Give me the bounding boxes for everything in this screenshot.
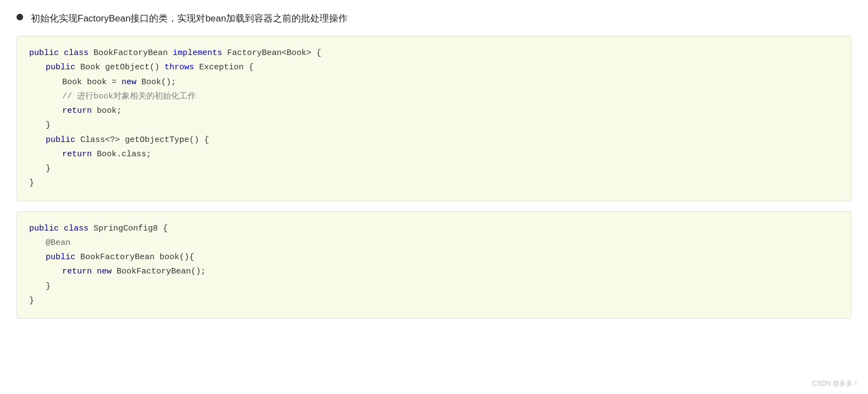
code-token-plain: Book getObject()	[75, 63, 164, 72]
code-line: public BookFactoryBean book(){	[29, 250, 839, 265]
code-line: public Book getObject() throws Exception…	[29, 61, 839, 75]
code-token-kw: return	[62, 150, 92, 159]
code-token-plain: BookFactoryBean();	[112, 267, 206, 276]
code-token-plain: }	[46, 121, 51, 130]
code-token-kw: class	[64, 224, 89, 233]
code-block-1: public class BookFactoryBean implements …	[17, 36, 851, 201]
code-line: return new BookFactoryBean();	[29, 265, 839, 279]
code-line: public class SpringConfig8 {	[29, 222, 839, 236]
code-token-comment: // 进行book对象相关的初始化工作	[62, 92, 196, 101]
code-token-kw: public	[46, 135, 75, 145]
code-line: }	[29, 176, 839, 190]
code-token-kw: return	[62, 106, 92, 116]
code-line: public Class<?> getObjectType() {	[29, 133, 839, 147]
code-token-kw: public	[29, 48, 59, 58]
code-token-plain	[92, 267, 97, 276]
code-token-kw: return	[62, 267, 92, 276]
code-token-plain: }	[46, 282, 51, 291]
code-line: }	[29, 118, 839, 133]
code-token-kw: class	[64, 48, 89, 58]
code-line: return Book.class;	[29, 147, 839, 162]
code-token-plain: BookFactoryBean	[89, 48, 173, 58]
code-line: // 进行book对象相关的初始化工作	[29, 90, 839, 104]
code-token-plain	[59, 48, 64, 58]
code-token-plain: Class<?> getObjectType() {	[75, 135, 209, 145]
code-token-plain: Book();	[136, 78, 176, 87]
code-token-kw: public	[46, 253, 75, 262]
code-token-plain: BookFactoryBean book(){	[75, 253, 194, 262]
code-token-kw: public	[29, 224, 59, 233]
code-token-kw: new	[97, 267, 112, 276]
code-block-2: public class SpringConfig8 {@Beanpublic …	[17, 211, 851, 319]
code-line: }	[29, 162, 839, 176]
code-token-plain: }	[46, 164, 51, 173]
code-line: public class BookFactoryBean implements …	[29, 46, 839, 61]
code-token-plain: Book book =	[62, 78, 122, 87]
code-line: @Bean	[29, 236, 839, 250]
code-token-plain: }	[29, 178, 34, 188]
code-token-plain: FactoryBean<Book> {	[222, 48, 321, 58]
code-token-kw: public	[46, 63, 75, 72]
code-token-plain	[59, 224, 64, 233]
code-line: }	[29, 294, 839, 308]
code-line: }	[29, 280, 839, 294]
code-token-kw: new	[122, 78, 136, 87]
code-token-plain: book;	[92, 106, 122, 116]
bullet-text: 初始化实现FactoryBean接口的类，实现对bean加载到容器之前的批处理操…	[31, 11, 348, 26]
code-token-plain: }	[29, 296, 34, 305]
code-token-annotation: @Bean	[46, 238, 70, 248]
code-line: return book;	[29, 104, 839, 118]
code-token-plain: Exception {	[194, 63, 254, 72]
bullet-dot	[17, 14, 23, 20]
code-token-plain: Book.class;	[92, 150, 151, 159]
code-line: Book book = new Book();	[29, 75, 839, 90]
code-token-kw-blue: throws	[164, 63, 194, 72]
bullet-item: 初始化实现FactoryBean接口的类，实现对bean加载到容器之前的批处理操…	[17, 11, 851, 26]
code-token-kw-blue: implements	[173, 48, 222, 58]
code-token-plain: SpringConfig8 {	[89, 224, 168, 233]
